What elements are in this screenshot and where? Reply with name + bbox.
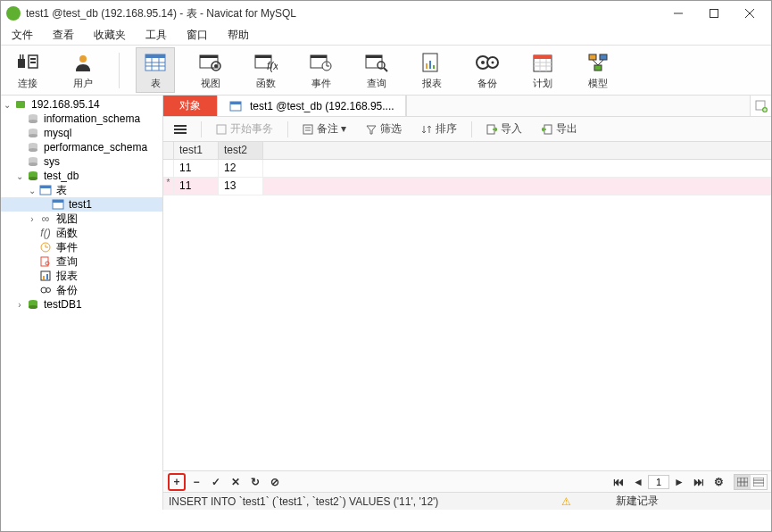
tree-db-perf-schema[interactable]: performance_schema xyxy=(1,140,162,154)
column-header-test1[interactable]: test1 xyxy=(174,142,219,159)
svg-rect-104 xyxy=(753,478,764,486)
tree-label: 事件 xyxy=(56,240,78,255)
tree-label: 函数 xyxy=(56,226,78,241)
settings-button[interactable]: ⚙ xyxy=(710,473,727,491)
tab-objects[interactable]: 对象 xyxy=(163,96,218,116)
tree-funcs[interactable]: f() 函数 xyxy=(1,226,162,240)
tree-db-info-schema[interactable]: information_schema xyxy=(1,112,162,126)
view-mode-toggle[interactable] xyxy=(734,474,768,490)
tree-label: 表 xyxy=(56,183,67,198)
next-icon: ► xyxy=(674,476,685,488)
toolbar-user[interactable]: 用户 xyxy=(63,48,103,92)
filter-button[interactable]: 筛选 xyxy=(361,120,407,138)
tree-db-sys[interactable]: sys xyxy=(1,154,162,169)
svg-rect-25 xyxy=(311,55,327,58)
expand-icon[interactable]: › xyxy=(26,214,38,224)
cell[interactable]: 13 xyxy=(219,178,263,195)
toolbar-model[interactable]: 模型 xyxy=(578,48,618,92)
hamburger-button[interactable] xyxy=(169,122,192,137)
menu-help[interactable]: 帮助 xyxy=(224,26,253,45)
grid-view-icon xyxy=(737,478,748,486)
connection-tree[interactable]: ⌄ 192.168.95.14 information_schema mysql… xyxy=(1,96,163,510)
toolbar-report[interactable]: 报表 xyxy=(412,48,452,92)
expand-icon[interactable]: ⌄ xyxy=(26,186,38,195)
refresh-button[interactable]: ↻ xyxy=(246,473,264,491)
svg-rect-5 xyxy=(20,54,21,59)
stop-button[interactable]: ⊘ xyxy=(266,473,284,491)
database-icon xyxy=(26,112,40,125)
toolbar-view[interactable]: 视图 xyxy=(191,48,230,92)
menu-window[interactable]: 窗口 xyxy=(183,26,212,45)
grid-view-button[interactable] xyxy=(735,475,751,489)
export-button[interactable]: 导出 xyxy=(536,120,583,138)
event-icon xyxy=(309,50,334,75)
menu-file[interactable]: 文件 xyxy=(8,26,37,45)
tree-server[interactable]: ⌄ 192.168.95.14 xyxy=(1,97,162,112)
delete-record-button[interactable]: − xyxy=(187,473,205,491)
tree-backups[interactable]: 备份 xyxy=(1,283,162,297)
menu-tools[interactable]: 工具 xyxy=(142,26,170,45)
tree-db-mysql[interactable]: mysql xyxy=(1,126,162,140)
cell[interactable]: 11 xyxy=(174,178,219,195)
toolbar-connect[interactable]: 连接 xyxy=(8,48,47,92)
toolbar-schedule-label: 计划 xyxy=(533,77,552,90)
window-title: test1 @test_db (192.168.95.14) - 表 - Nav… xyxy=(26,6,660,21)
svg-rect-94 xyxy=(217,125,226,134)
toolbar-event[interactable]: 事件 xyxy=(302,48,341,92)
svg-point-38 xyxy=(481,61,485,64)
form-view-button[interactable] xyxy=(751,475,767,489)
toolbar-table[interactable]: 表 xyxy=(136,47,175,93)
expand-icon[interactable]: ⌄ xyxy=(13,171,26,181)
tree-tables-folder[interactable]: ⌄ 表 xyxy=(1,183,162,197)
cell[interactable]: 12 xyxy=(219,160,263,177)
status-bar: INSERT INTO `test1` (`test1`, `test2`) V… xyxy=(163,492,771,510)
toolbar-query[interactable]: 查询 xyxy=(357,48,396,92)
tree-label: 视图 xyxy=(56,212,78,227)
form-view-icon xyxy=(753,478,764,486)
svg-point-67 xyxy=(29,177,37,180)
tree-views[interactable]: › ∞ 视图 xyxy=(1,212,162,226)
tree-db-testdb[interactable]: ⌄ test_db xyxy=(1,169,162,183)
toolbar-backup[interactable]: 备份 xyxy=(468,48,507,92)
memo-icon xyxy=(303,124,313,135)
expand-icon[interactable]: › xyxy=(13,300,26,310)
plug-icon xyxy=(15,50,40,75)
tree-db-testdb1[interactable]: › testDB1 xyxy=(1,297,162,312)
toolbar-event-label: 事件 xyxy=(311,77,331,90)
import-button[interactable]: 导入 xyxy=(481,120,527,138)
apply-button[interactable]: ✓ xyxy=(207,473,225,491)
cancel-button[interactable]: ✕ xyxy=(227,473,245,491)
sort-button[interactable]: 排序 xyxy=(416,120,462,138)
tree-queries[interactable]: 查询 xyxy=(1,254,162,269)
grid-body[interactable]: 11 12 * 11 13 xyxy=(163,160,771,470)
tab-table-test1[interactable]: test1 @test_db (192.168.95.... xyxy=(218,96,406,116)
menu-view[interactable]: 查看 xyxy=(49,26,78,45)
cell[interactable]: 11 xyxy=(174,160,219,177)
row-gutter: * xyxy=(163,178,174,195)
nav-last-button[interactable]: ⏭ xyxy=(690,473,708,491)
table-row[interactable]: 11 12 xyxy=(163,160,771,178)
nav-first-button[interactable]: ⏮ xyxy=(610,473,627,491)
expand-icon[interactable]: ⌄ xyxy=(1,100,13,110)
add-record-button[interactable]: + xyxy=(168,473,186,491)
close-button[interactable] xyxy=(732,2,768,25)
report-icon xyxy=(419,50,444,75)
memo-button[interactable]: 备注 ▾ xyxy=(297,120,352,138)
page-number-input[interactable] xyxy=(648,475,669,489)
svg-rect-48 xyxy=(600,54,607,60)
tree-label: testDB1 xyxy=(44,298,82,311)
table-row-new[interactable]: * 11 13 xyxy=(163,178,771,195)
tab-add-button[interactable] xyxy=(750,96,771,116)
minimize-button[interactable] xyxy=(660,2,696,25)
menu-favorite[interactable]: 收藏夹 xyxy=(90,26,129,45)
nav-prev-button[interactable]: ◄ xyxy=(629,473,647,491)
tree-table-test1[interactable]: test1 xyxy=(1,197,162,212)
maximize-button[interactable] xyxy=(696,2,732,25)
toolbar-func[interactable]: f(x) 函数 xyxy=(246,48,286,92)
tree-reports[interactable]: 报表 xyxy=(1,269,162,283)
column-header-test2[interactable]: test2 xyxy=(219,142,263,159)
toolbar-schedule[interactable]: 计划 xyxy=(523,48,562,92)
nav-next-button[interactable]: ► xyxy=(670,473,688,491)
tree-events[interactable]: 事件 xyxy=(1,240,162,254)
begin-transaction-button[interactable]: 开始事务 xyxy=(211,120,278,138)
